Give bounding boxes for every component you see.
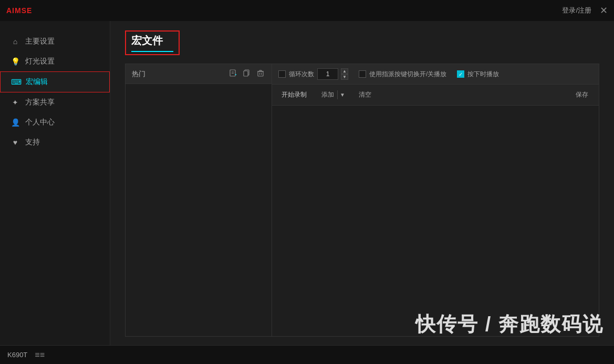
loop-count-input[interactable] [317,68,338,80]
sidebar-item-plan-share[interactable]: ✦ 方案共享 [0,92,110,112]
svg-rect-6 [244,71,248,76]
delete-macro-icon[interactable] [256,68,265,79]
macro-editor: 循环次数 ▲ ▼ 使用指派按键切换开/关播放 [272,64,599,337]
sidebar-item-macro-editor[interactable]: ⌨ 宏编辑 [0,71,110,92]
hotkeys-label: 热门 [132,69,145,79]
hotkeys-panel: 热门 [125,64,272,337]
play-group: 按下时播放 [457,70,499,79]
sidebar-label-support: 支持 [25,138,40,147]
copy-macro-icon[interactable] [242,68,252,79]
loop-group: 循环次数 ▲ ▼ [278,68,348,80]
bottombar: K690T ≡≡ [0,345,614,364]
sidebar-item-light-settings[interactable]: 💡 灯光设置 [0,51,110,71]
hotkeys-header: 热门 [126,64,272,84]
sidebar-label-macro-editor: 宏编辑 [26,77,48,87]
sidebar-icon-macro-editor: ⌨ [11,78,20,86]
main-layout: ⌂ 主要设置 💡 灯光设置 ⌨ 宏编辑 ✦ 方案共享 👤 个人中心 ♥ 支持 宏… [0,21,614,345]
new-macro-icon[interactable] [228,68,238,79]
sidebar-label-main-settings: 主要设置 [25,37,55,46]
sidebar-label-personal-center: 个人中心 [25,118,55,127]
titlebar: AIMSE 登录/注册 ✕ [0,0,614,21]
macro-options-bar: 循环次数 ▲ ▼ 使用指派按键切换开/关播放 [272,64,599,85]
login-button[interactable]: 登录/注册 [562,6,591,15]
add-button[interactable]: 添加 [318,89,337,101]
spin-up[interactable]: ▲ [341,68,348,74]
sidebar-icon-plan-share: ✦ [11,98,20,107]
loop-checkbox[interactable] [278,70,286,78]
layout-icon[interactable]: ≡≡ [35,350,45,360]
sidebar-icon-main-settings: ⌂ [11,37,20,46]
add-button-group: 添加 ▼ [318,89,347,101]
sidebar: ⌂ 主要设置 💡 灯光设置 ⌨ 宏编辑 ✦ 方案共享 👤 个人中心 ♥ 支持 [0,21,110,345]
sidebar-item-main-settings[interactable]: ⌂ 主要设置 [0,32,110,51]
add-dropdown-arrow[interactable]: ▼ [337,90,347,99]
page-title-bar: 宏文件 [110,21,614,55]
spin-down[interactable]: ▼ [341,74,348,80]
toggle-group: 使用指派按键切换开/关播放 [359,70,446,79]
page-title: 宏文件 [131,34,173,52]
play-checkbox[interactable] [457,70,464,78]
save-button[interactable]: 保存 [571,89,592,101]
macro-toolbar: 开始录制 添加 ▼ 清空 保存 [272,85,599,106]
sidebar-label-plan-share: 方案共享 [25,98,55,107]
app-logo: AIMSE [6,6,32,15]
close-button[interactable]: ✕ [600,6,608,15]
sidebar-item-support[interactable]: ♥ 支持 [0,132,110,152]
sidebar-icon-support: ♥ [11,138,20,147]
hotkeys-body [126,84,272,336]
content-area: 宏文件 热门 [110,21,614,345]
play-label: 按下时播放 [467,70,499,79]
loop-spinner: ▲ ▼ [341,68,348,80]
loop-label: 循环次数 [289,70,314,79]
sidebar-icon-personal-center: 👤 [11,118,20,127]
clear-button[interactable]: 清空 [356,89,374,101]
svg-rect-7 [258,71,263,76]
sidebar-label-light-settings: 灯光设置 [25,57,55,66]
toggle-label: 使用指派按键切换开/关播放 [369,70,446,79]
sidebar-item-personal-center[interactable]: 👤 个人中心 [0,112,110,132]
title-right: 登录/注册 ✕ [562,6,608,15]
macro-body [272,106,599,336]
hotkeys-icons [228,68,265,79]
toggle-checkbox[interactable] [359,70,366,78]
page-title-outlined: 宏文件 [125,30,180,55]
macro-content: 热门 [125,64,599,337]
device-label: K690T [7,351,27,359]
sidebar-icon-light-settings: 💡 [11,57,20,66]
start-record-button[interactable]: 开始录制 [278,89,310,101]
